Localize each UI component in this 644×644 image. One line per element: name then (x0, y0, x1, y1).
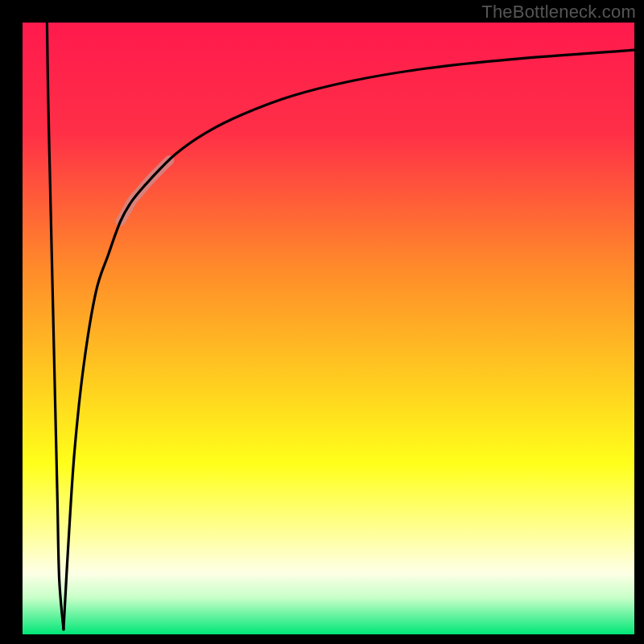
bottleneck-chart (0, 0, 644, 644)
chart-frame: TheBottleneck.com (0, 0, 644, 644)
svg-rect-1 (23, 23, 634, 634)
watermark-text: TheBottleneck.com (481, 2, 636, 23)
